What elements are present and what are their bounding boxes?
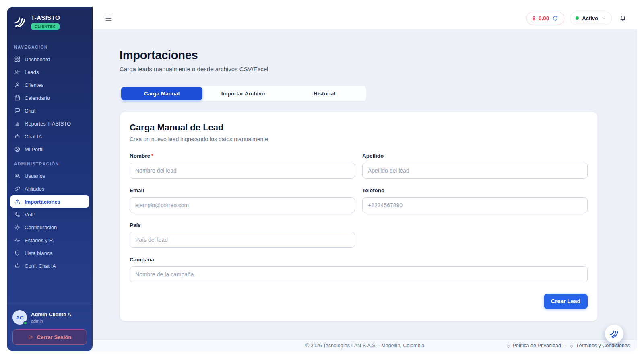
sidebar-item-label: Conf. Chat IA bbox=[25, 263, 56, 269]
balance-pill[interactable]: $ 0.00 bbox=[526, 12, 565, 25]
field-nombre: Nombre* bbox=[130, 153, 355, 179]
campana-label: Campaña bbox=[130, 257, 588, 263]
sidebar: T-ASISTO CLIENTES NAVEGACIÓN Dashboard L… bbox=[7, 7, 93, 351]
tab-bar: Carga Manual Importar Archivo Historial bbox=[120, 85, 367, 102]
calendar-icon bbox=[14, 95, 21, 101]
required-asterisk: * bbox=[151, 153, 153, 159]
telefono-label: Teléfono bbox=[362, 187, 588, 193]
copyright-text: © 2026 Tecnologías LAN S.A.S. · Medellín… bbox=[305, 343, 424, 348]
email-label: Email bbox=[130, 187, 355, 193]
sidebar-item-label: Dashboard bbox=[25, 56, 50, 62]
card-subtitle: Crea un nuevo lead ingresando los datos … bbox=[130, 136, 588, 142]
sidebar-item-label: Leads bbox=[25, 69, 39, 75]
user-block: AC Admin Cliente A admin bbox=[7, 305, 93, 325]
gear-icon bbox=[14, 224, 21, 230]
apellido-label: Apellido bbox=[362, 153, 588, 159]
brand-block: T-ASISTO CLIENTES bbox=[7, 7, 93, 35]
user-icon bbox=[14, 82, 21, 88]
dashboard-icon bbox=[14, 56, 21, 62]
sidebar-item-leads[interactable]: Leads bbox=[10, 66, 89, 78]
status-dot bbox=[576, 16, 579, 20]
hamburger-icon bbox=[105, 14, 113, 22]
menu-toggle-button[interactable] bbox=[105, 14, 113, 22]
shield-check-icon bbox=[506, 343, 511, 348]
sidebar-item-configuracion[interactable]: Configuración bbox=[10, 221, 89, 233]
main-content: Importaciones Carga leads manualmente o … bbox=[93, 29, 637, 339]
refresh-icon[interactable] bbox=[552, 15, 558, 21]
phone-icon bbox=[14, 211, 21, 218]
chevron-down-icon bbox=[601, 16, 606, 21]
sidebar-item-calendario[interactable]: Calendario bbox=[10, 92, 89, 104]
users-icon bbox=[14, 173, 21, 179]
sidebar-item-label: Importaciones bbox=[25, 199, 60, 205]
currency-symbol: $ bbox=[533, 15, 535, 21]
email-input[interactable] bbox=[130, 197, 355, 213]
brand-badge: CLIENTES bbox=[31, 23, 60, 30]
sidebar-item-chat-ia[interactable]: Chat IA bbox=[10, 130, 89, 142]
sidebar-item-label: Mi Perfil bbox=[25, 146, 43, 152]
privacy-policy-link[interactable]: Política de Privacidad bbox=[506, 343, 561, 348]
tab-historial[interactable]: Historial bbox=[284, 87, 365, 100]
terms-link[interactable]: Términos y Condiciones bbox=[569, 343, 630, 348]
page-subtitle: Carga leads manualmente o desde archivos… bbox=[120, 66, 598, 72]
sidebar-item-dashboard[interactable]: Dashboard bbox=[10, 53, 89, 65]
chat-icon bbox=[14, 107, 21, 114]
avatar: AC bbox=[12, 310, 27, 325]
tab-importar-archivo[interactable]: Importar Archivo bbox=[202, 87, 284, 100]
link-icon bbox=[14, 185, 21, 192]
sidebar-item-label: Lista blanca bbox=[25, 250, 52, 256]
sidebar-item-label: VoIP bbox=[25, 212, 35, 218]
sidebar-item-usuarios[interactable]: Usuarios bbox=[10, 170, 89, 182]
logout-icon bbox=[28, 334, 34, 340]
apellido-input[interactable] bbox=[362, 163, 588, 179]
pais-label: País bbox=[130, 222, 355, 228]
pais-input[interactable] bbox=[130, 232, 355, 248]
sidebar-item-mi-perfil[interactable]: Mi Perfil bbox=[10, 143, 89, 155]
brand-logo-icon bbox=[609, 329, 619, 339]
logout-label: Cerrar Sesión bbox=[37, 334, 71, 340]
sidebar-item-importaciones[interactable]: Importaciones bbox=[10, 195, 89, 208]
crear-lead-button[interactable]: Crear Lead bbox=[544, 294, 588, 309]
sidebar-item-lista-blanca[interactable]: Lista blanca bbox=[10, 247, 89, 259]
nombre-input[interactable] bbox=[130, 163, 355, 179]
user-circle-icon bbox=[14, 146, 21, 152]
nav-section-navegacion: NAVEGACIÓN bbox=[7, 39, 93, 52]
bot-icon bbox=[14, 263, 21, 269]
sidebar-item-conf-chat-ia[interactable]: Conf. Chat IA bbox=[10, 260, 89, 272]
field-pais: País bbox=[130, 222, 355, 248]
upload-icon bbox=[14, 198, 21, 205]
user-role: admin bbox=[31, 319, 71, 323]
nav-section-administracion: ADMINISTRACIÓN bbox=[7, 156, 93, 169]
nombre-label: Nombre* bbox=[130, 153, 355, 159]
user-plus-icon bbox=[14, 69, 21, 75]
sidebar-item-afiliados[interactable]: Afiliados bbox=[10, 183, 89, 195]
sidebar-item-clientes[interactable]: Clientes bbox=[10, 79, 89, 91]
floating-brand-button[interactable] bbox=[605, 325, 623, 343]
sidebar-item-chat[interactable]: Chat bbox=[10, 105, 89, 117]
lead-form: Nombre* Apellido Email bbox=[130, 153, 588, 282]
tab-carga-manual[interactable]: Carga Manual bbox=[121, 87, 202, 100]
sidebar-item-estados[interactable]: Estados y R. bbox=[10, 234, 89, 246]
online-status-dot bbox=[23, 321, 27, 325]
notifications-button[interactable] bbox=[619, 14, 627, 22]
bot-icon bbox=[14, 133, 21, 140]
status-dropdown[interactable]: Activo bbox=[570, 12, 612, 25]
avatar-initials: AC bbox=[16, 315, 24, 321]
sidebar-item-voip[interactable]: VoIP bbox=[10, 208, 89, 220]
sidebar-item-reportes[interactable]: Reportes T-ASISTO bbox=[10, 117, 89, 130]
field-apellido: Apellido bbox=[362, 153, 588, 179]
sidebar-item-label: Chat IA bbox=[25, 134, 42, 140]
status-label: Activo bbox=[582, 15, 598, 21]
card-title: Carga Manual de Lead bbox=[130, 122, 588, 133]
field-campana: Campaña bbox=[130, 257, 588, 282]
logout-button[interactable]: Cerrar Sesión bbox=[12, 329, 87, 345]
campana-input[interactable] bbox=[130, 266, 588, 282]
field-email: Email bbox=[130, 187, 355, 213]
telefono-input[interactable] bbox=[362, 197, 588, 213]
brand-logo-icon bbox=[13, 15, 27, 29]
sidebar-nav: NAVEGACIÓN Dashboard Leads Clientes Cale… bbox=[7, 35, 93, 305]
sidebar-item-label: Estados y R. bbox=[25, 237, 54, 243]
topbar: $ 0.00 Activo bbox=[93, 7, 637, 29]
bell-icon bbox=[619, 14, 627, 22]
footer-separator: · bbox=[564, 343, 566, 348]
